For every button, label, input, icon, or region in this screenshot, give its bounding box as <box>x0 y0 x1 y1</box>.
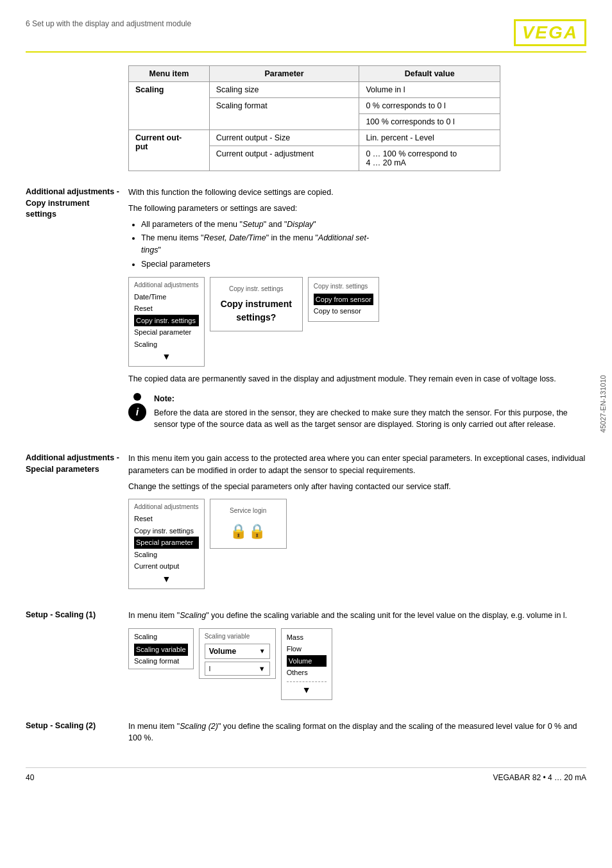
cell-scaling-format-param: Scaling format <box>209 98 359 130</box>
copy-menu-box: Additional adjustments Date/Time Reset C… <box>128 277 205 367</box>
copy-menu-item-scaling: Scaling <box>134 338 199 351</box>
copy-intro2: The following parameters or settings are… <box>128 203 586 215</box>
service-login-icon: 🔒🔒 <box>223 521 273 542</box>
note-label: Note: <box>154 393 586 405</box>
service-screenshot: Additional adjustments Reset Copy instr.… <box>128 499 586 589</box>
scaling-options-box: Mass Flow Volume Others ▼ <box>281 628 332 700</box>
chapter-title: 6 Set up with the display and adjustment… <box>26 19 191 28</box>
copy-menu-item-copy: Copy instr. settings <box>134 315 199 327</box>
scaling-screenshot: Scaling Scaling variable Scaling format … <box>128 628 586 700</box>
copy-bullets: All parameters of the menu "Setup" and "… <box>141 219 586 271</box>
table-row: Current out-put Current output - Size Li… <box>129 130 500 146</box>
section-special-params: Additional adjustments -Special paramete… <box>26 453 586 596</box>
scaling-var-title: Scaling variable <box>205 631 270 641</box>
copy-menu-title: Additional adjustments <box>134 280 199 290</box>
note-dot <box>133 393 141 401</box>
product-name: VEGABAR 82 • 4 … 20 mA <box>493 773 586 782</box>
opt-mass: Mass <box>287 631 327 644</box>
copy-right-title: Copy instr. settings <box>314 281 373 291</box>
copy-center-title: Copy instr. settings <box>229 284 283 294</box>
copy-menu-item-datetime: Date/Time <box>134 291 199 303</box>
copy-center-box: Copy instr. settings Copy instrumentsett… <box>210 277 303 331</box>
section-scaling2: Setup - Scaling (2) In menu item "Scalin… <box>26 721 586 749</box>
scaling-var-box: Scaling variable Volume ▼ l ▼ <box>199 628 276 680</box>
note-body: Before the data are stored in the sensor… <box>154 408 568 430</box>
service-login-title: Service login <box>223 506 273 515</box>
col-parameter: Parameter <box>209 66 359 82</box>
section-special-label: Additional adjustments -Special paramete… <box>26 453 128 596</box>
copy-intro1: With this function the following device … <box>128 187 586 199</box>
copy-bullet-2: The menu items "Reset, Date/Time" in the… <box>141 232 586 256</box>
copy-right-box: Copy instr. settings Copy from sensor Co… <box>308 277 379 322</box>
copy-bullet-3: Special parameters <box>141 258 586 271</box>
scaling-menu-box: Scaling Scaling variable Scaling format <box>128 628 194 670</box>
copy-center-main: Copy instrumentsettings? <box>221 297 292 324</box>
cell-current-size-param: Current output - Size <box>209 130 359 146</box>
section-scaling1-label: Setup - Scaling (1) <box>26 610 128 706</box>
service-menu-item-current: Current output <box>134 560 199 572</box>
cell-current-adj-default: 0 … 100 % correspond to4 … 20 mA <box>359 146 500 171</box>
section-special-content: In this menu item you gain access to the… <box>128 453 586 596</box>
note-content: Note: Before the data are stored in the … <box>154 393 586 431</box>
scaling-menu-title: Scaling <box>134 631 188 642</box>
scaling-menu-item-var: Scaling variable <box>134 644 188 656</box>
copy-right-item-from: Copy from sensor <box>314 294 373 306</box>
cell-scaling-format-default1: 0 % corresponds to 0 l <box>359 98 500 114</box>
col-default: Default value <box>359 66 500 82</box>
scaling2-text: In menu item "Scaling (2)" you define th… <box>128 721 586 745</box>
section-copy-label: Additional adjustments -Copy instrument … <box>26 187 128 438</box>
side-code: 45027-EN-131010 <box>599 375 607 433</box>
scaling-second-arrow: ▼ <box>259 664 266 674</box>
page-number: 40 <box>26 773 34 782</box>
copy-menu-item-special: Special parameter <box>134 326 199 338</box>
cell-scaling-format-default2: 100 % corresponds to 0 l <box>359 114 500 130</box>
section-scaling2-label: Setup - Scaling (2) <box>26 721 128 749</box>
service-menu-item-reset: Reset <box>134 513 199 525</box>
copy-menu-item-reset: Reset <box>134 303 199 315</box>
opt-others: Others <box>287 667 327 679</box>
options-arrow: ▼ <box>287 681 327 697</box>
service-menu-box: Additional adjustments Reset Copy instr.… <box>128 499 205 589</box>
parameters-table: Menu item Parameter Default value Scalin… <box>128 65 500 171</box>
section-scaling2-content: In menu item "Scaling (2)" you define th… <box>128 721 586 749</box>
service-menu-item-scaling: Scaling <box>134 549 199 561</box>
section-scaling1: Setup - Scaling (1) In menu item "Scalin… <box>26 610 586 706</box>
special-para2: Change the settings of the special param… <box>128 481 586 493</box>
table-row: Scaling Scaling size Volume in l <box>129 82 500 98</box>
cell-current-size-default: Lin. percent - Level <box>359 130 500 146</box>
cell-scaling-label: Scaling <box>129 82 210 130</box>
scaling-second-value: l <box>209 664 210 674</box>
note-box: i Note: Before the data are stored in th… <box>128 393 586 431</box>
vega-logo: VEGA <box>514 19 586 46</box>
service-login-box: Service login 🔒🔒 <box>210 499 287 549</box>
copy-right-item-to: Copy to sensor <box>314 305 373 317</box>
service-menu-title: Additional adjustments <box>134 502 199 512</box>
cell-current-adj-param: Current output - adjustment <box>209 146 359 171</box>
copy-note-text: The copied data are permanently saved in… <box>128 373 586 385</box>
section-scaling1-content: In menu item "Scaling" you define the sc… <box>128 610 586 706</box>
cell-scaling-size-default: Volume in l <box>359 82 500 98</box>
scaling-menu-item-format: Scaling format <box>134 656 188 667</box>
dropdown-arrow: ▼ <box>259 646 266 656</box>
scaling-volume-dropdown[interactable]: Volume ▼ <box>205 644 270 659</box>
copy-bullet-1: All parameters of the menu "Setup" and "… <box>141 219 586 231</box>
col-menu-item: Menu item <box>129 66 210 82</box>
opt-flow: Flow <box>287 643 327 655</box>
service-menu-item-copy: Copy instr. settings <box>134 525 199 537</box>
page-footer: 40 VEGABAR 82 • 4 … 20 mA <box>26 767 586 782</box>
scaling-second-dropdown[interactable]: l ▼ <box>205 662 270 676</box>
cell-current-output-label: Current out-put <box>129 130 210 171</box>
cell-scaling-size-param: Scaling size <box>209 82 359 98</box>
section-copy-content: With this function the following device … <box>128 187 586 438</box>
section-copy-settings: Additional adjustments -Copy instrument … <box>26 187 586 438</box>
note-icon: i <box>128 403 146 421</box>
scaling-volume-value: Volume <box>209 646 236 657</box>
special-para1: In this menu item you gain access to the… <box>128 453 586 477</box>
copy-screenshot: Additional adjustments Date/Time Reset C… <box>128 277 586 367</box>
opt-volume: Volume <box>287 655 327 667</box>
service-menu-item-special: Special parameter <box>134 537 199 549</box>
scaling1-text: In menu item "Scaling" you define the sc… <box>128 610 586 622</box>
